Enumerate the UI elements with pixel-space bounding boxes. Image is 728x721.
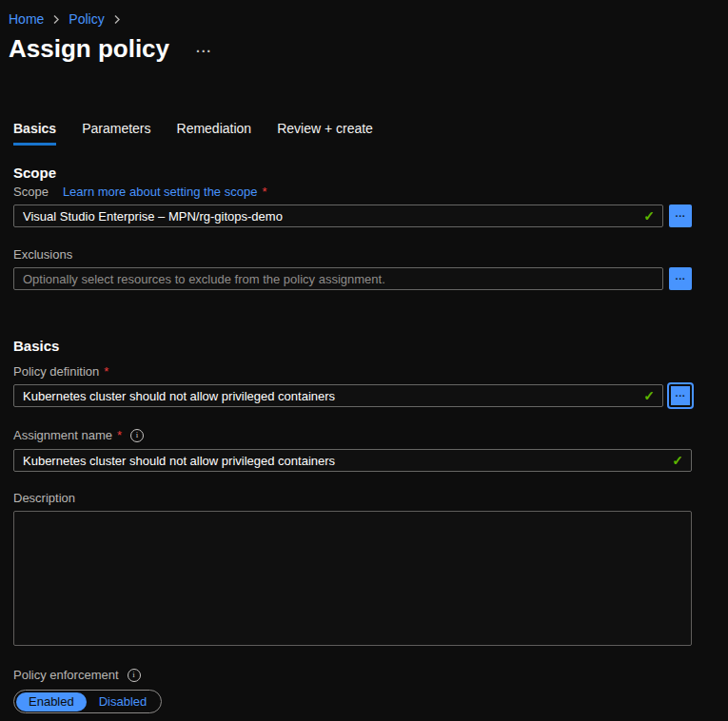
breadcrumb: Home Policy: [0, 0, 728, 27]
description-label-text: Description: [13, 491, 75, 505]
breadcrumb-chevron-icon: [113, 14, 121, 25]
enforcement-disabled-option[interactable]: Disabled: [87, 692, 160, 711]
page-context-menu-ellipsis-icon[interactable]: ···: [196, 47, 212, 56]
policy-definition-input[interactable]: [13, 384, 663, 407]
breadcrumb-link-home[interactable]: Home: [9, 11, 44, 27]
scope-section-heading: Scope: [13, 165, 728, 181]
assignment-name-label-text: Assignment name: [13, 428, 112, 442]
tab-basics[interactable]: Basics: [13, 121, 56, 146]
exclusions-picker-button[interactable]: ···: [669, 267, 692, 290]
policy-enforcement-label-text: Policy enforcement: [13, 668, 119, 682]
policy-definition-picker-button[interactable]: ···: [669, 384, 692, 407]
tab-review-create[interactable]: Review + create: [277, 121, 373, 146]
exclusions-input[interactable]: [13, 267, 663, 290]
info-icon[interactable]: i: [130, 429, 144, 442]
scope-learn-more-link[interactable]: Learn more about setting the scope: [63, 185, 258, 199]
exclusions-field-label: Exclusions: [13, 247, 728, 262]
exclusions-label-text: Exclusions: [13, 247, 72, 262]
enforcement-enabled-option[interactable]: Enabled: [16, 692, 87, 711]
page-title: Assign policy: [9, 35, 169, 62]
scope-field-label: Scope Learn more about setting the scope…: [13, 185, 728, 199]
required-asterisk: *: [104, 364, 108, 379]
info-icon[interactable]: i: [128, 669, 141, 682]
description-field-label: Description: [13, 491, 728, 505]
tab-remediation[interactable]: Remediation: [177, 121, 252, 146]
required-asterisk: *: [117, 428, 122, 442]
breadcrumb-link-policy[interactable]: Policy: [69, 11, 104, 27]
tab-parameters[interactable]: Parameters: [82, 121, 150, 146]
policy-enforcement-toggle: Enabled Disabled: [13, 690, 162, 713]
assignment-name-input[interactable]: [13, 449, 692, 472]
breadcrumb-chevron-icon: [52, 14, 60, 25]
basics-section-heading: Basics: [13, 338, 728, 354]
assignment-name-field-label: Assignment name * i: [13, 428, 728, 442]
description-textarea[interactable]: [13, 511, 692, 646]
policy-definition-label-text: Policy definition: [13, 364, 99, 379]
policy-definition-field-label: Policy definition *: [13, 364, 728, 379]
scope-picker-button[interactable]: ···: [669, 205, 692, 227]
policy-enforcement-field-label: Policy enforcement i: [13, 668, 728, 682]
wizard-tabs: Basics Parameters Remediation Review + c…: [13, 121, 728, 146]
scope-label-text: Scope: [13, 185, 49, 199]
scope-input[interactable]: [13, 205, 663, 227]
required-asterisk: *: [262, 185, 266, 199]
